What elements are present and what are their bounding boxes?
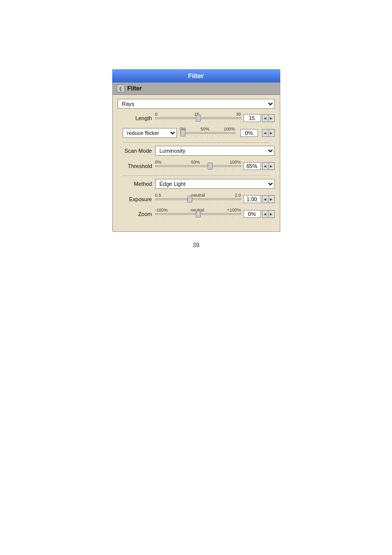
exposure-arrows[interactable]: ◄ ► [262, 195, 275, 203]
zoom-row: Zoom -100% neutral +100% ············ ◄ … [118, 208, 275, 220]
panel-title: Filter [112, 69, 280, 83]
section-header: ⟪ Filter [113, 83, 280, 95]
flicker-arrow-left[interactable]: ◄ [262, 129, 268, 136]
length-value[interactable] [243, 114, 261, 122]
panel-body: ⟪ Filter Rays Glow Sparkle Length 0 15 [112, 83, 280, 232]
zoom-label: Zoom [118, 211, 152, 217]
exposure-row: Exposure 0.5 neutral 2.0 ············ ◄ … [118, 193, 275, 206]
section-label: Filter [128, 85, 142, 92]
threshold-label: Threshold [118, 163, 152, 169]
method-label: Method [118, 181, 152, 187]
length-slider-area: 0 15 30 ············ [155, 112, 241, 125]
scan-mode-row: Scan Mode Luminosity RGB Red Green Blue [118, 146, 275, 156]
zoom-slider-area: -100% neutral +100% ············ [155, 208, 241, 220]
flicker-slider-area: 0% 50% 100% ··········· [180, 127, 235, 139]
zoom-arrow-left[interactable]: ◄ [262, 211, 268, 217]
zoom-arrows[interactable]: ◄ ► [262, 210, 275, 218]
length-row: Length 0 15 30 ············ ◄ ► [118, 112, 275, 125]
reduce-flicker-row: reduce flicker none low high 0% 50% 100%… [118, 127, 275, 139]
length-arrow-left[interactable]: ◄ [262, 115, 268, 122]
zoom-value[interactable] [243, 210, 261, 218]
threshold-arrows[interactable]: ◄ ► [262, 162, 275, 170]
divider-2 [123, 175, 270, 176]
method-select[interactable]: Edge Light Glow Sparkle Diffusion [155, 179, 275, 189]
divider-1 [123, 142, 270, 143]
method-row: Method Edge Light Glow Sparkle Diffusion [118, 179, 275, 189]
length-label: Length [118, 115, 152, 121]
exposure-value[interactable] [243, 195, 261, 203]
page-number: 39 [112, 242, 280, 249]
rays-dropdown-row: Rays Glow Sparkle [118, 99, 275, 109]
scan-mode-select[interactable]: Luminosity RGB Red Green Blue [155, 146, 275, 156]
exposure-label: Exposure [118, 196, 152, 202]
zoom-arrow-right[interactable]: ► [268, 211, 274, 217]
threshold-row: Threshold 0% 50% 100% ············ ◄ ► [118, 160, 275, 172]
section-content: Rays Glow Sparkle Length 0 15 30 ······· [113, 95, 280, 226]
exposure-arrow-left[interactable]: ◄ [262, 196, 268, 203]
flicker-arrows[interactable]: ◄ ► [262, 129, 275, 137]
scan-mode-label: Scan Mode [118, 148, 152, 154]
length-arrow-right[interactable]: ► [268, 115, 274, 122]
flicker-arrow-right[interactable]: ► [268, 129, 274, 136]
exposure-slider-area: 0.5 neutral 2.0 ············ [155, 193, 241, 206]
length-arrows[interactable]: ◄ ► [262, 114, 275, 122]
exposure-arrow-right[interactable]: ► [268, 196, 274, 203]
threshold-dots: ············ [155, 167, 241, 172]
reduce-flicker-select[interactable]: reduce flicker none low high [123, 128, 177, 138]
threshold-arrow-right[interactable]: ► [268, 163, 274, 170]
flicker-dots: ··········· [180, 134, 235, 139]
flicker-value[interactable] [240, 129, 258, 137]
zoom-dots: ············ [155, 215, 241, 220]
rays-select[interactable]: Rays Glow Sparkle [118, 99, 275, 109]
collapse-button[interactable]: ⟪ [117, 85, 125, 92]
length-dots: ············ [155, 119, 241, 125]
exposure-dots: ············ [155, 200, 241, 206]
threshold-arrow-left[interactable]: ◄ [262, 163, 268, 170]
threshold-slider-area: 0% 50% 100% ············ [155, 160, 241, 172]
threshold-value[interactable] [243, 162, 261, 170]
